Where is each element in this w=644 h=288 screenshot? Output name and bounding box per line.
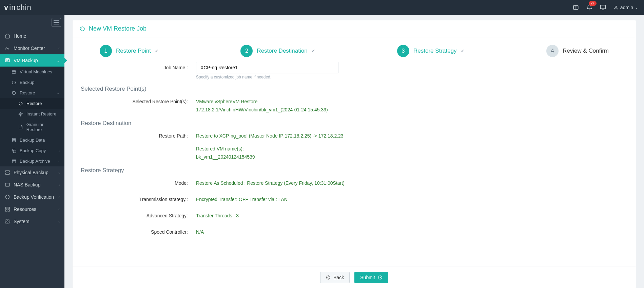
wizard-step-2[interactable]: 2 Restore Destination ✔	[240, 45, 315, 57]
section-restore-destination: Restore Destination	[81, 120, 628, 127]
user-menu[interactable]: admin ⌄	[613, 5, 638, 10]
arrow-right-icon	[378, 275, 383, 280]
svg-rect-14	[8, 210, 9, 211]
back-button[interactable]: Back	[320, 272, 350, 283]
mode-value: Restore As Scheduled : Restore Strategy …	[196, 177, 628, 187]
button-label: Submit	[360, 275, 375, 280]
user-label: admin	[620, 5, 633, 10]
sidebar-item-instant-restore[interactable]: Instant Restore	[0, 109, 64, 119]
sidebar-item-backup-data[interactable]: Backup Data	[0, 135, 64, 145]
file-icon	[18, 125, 23, 129]
svg-point-2	[615, 6, 617, 7]
svg-point-17	[378, 276, 382, 280]
sidebar-item-label: Physical Backup	[14, 170, 48, 175]
user-icon	[613, 5, 618, 10]
submit-button[interactable]: Submit	[354, 272, 388, 283]
sidebar-item-label: Monitor Center	[14, 46, 45, 51]
sidebar-item-granular-restore[interactable]: Granular Restore	[0, 119, 64, 135]
nas-icon	[5, 182, 10, 187]
wizard-step-4[interactable]: 4 Review & Confirm	[546, 45, 609, 57]
chevron-left-icon: ‹	[58, 195, 60, 199]
step-label: Restore Point	[116, 48, 151, 54]
svg-point-15	[7, 221, 8, 222]
arrow-left-icon	[326, 275, 331, 280]
shield-icon	[5, 194, 10, 200]
brand-logo: vvininchin	[4, 3, 32, 12]
chevron-left-icon: ‹	[58, 219, 60, 223]
vm-icon	[5, 58, 10, 63]
sidebar-item-restore[interactable]: Restore ⌄	[0, 88, 64, 98]
svg-rect-8	[5, 171, 9, 172]
sidebar-item-backup[interactable]: Backup	[0, 77, 64, 88]
sidebar-item-restore-sub[interactable]: Restore	[0, 98, 64, 109]
restore-icon	[79, 26, 85, 32]
chevron-left-icon: ‹	[58, 207, 60, 211]
sidebar-item-virtual-machines[interactable]: Virtual Machines	[0, 67, 64, 77]
chevron-left-icon: ‹	[58, 149, 60, 153]
bell-icon[interactable]: 27	[586, 4, 592, 11]
sidebar-item-label: NAS Backup	[14, 182, 40, 187]
step-number: 4	[546, 45, 559, 57]
notification-badge: 27	[589, 1, 597, 6]
speed-value: N/A	[196, 226, 628, 236]
section-selected-points: Selected Restore Point(s)	[81, 86, 628, 92]
database-icon	[12, 138, 16, 143]
sidebar-item-label: Granular Restore	[26, 122, 60, 132]
sidebar-item-label: Backup Archive	[20, 159, 50, 164]
svg-rect-4	[12, 70, 16, 73]
sidebar-item-label: Virtual Machines	[20, 69, 52, 74]
sidebar-item-label: Home	[14, 33, 26, 39]
panel-footer: Back Submit	[73, 267, 636, 288]
monitor-icon[interactable]	[600, 4, 606, 11]
monitor-center-icon	[5, 46, 10, 51]
restore-path-value: Restore to XCP-ng_pool (Master Node IP:1…	[196, 130, 628, 161]
sidebar: Home Monitor Center ‹ VM Backup ⌄ Virtua…	[0, 15, 64, 288]
job-name-hint: Specify a customized job name if needed.	[196, 75, 628, 79]
sidebar-item-vm-backup[interactable]: VM Backup ⌄	[0, 54, 64, 67]
page-title: New VM Restore Job	[89, 25, 147, 32]
transmission-label: Transmission strategy.:	[81, 194, 196, 205]
restore-path-label: Restore Path:	[81, 130, 196, 142]
sidebar-item-system[interactable]: System ‹	[0, 215, 64, 228]
wizard-step-3[interactable]: 3 Restore Strategy ✔	[397, 45, 464, 57]
section-restore-strategy: Restore Strategy	[81, 167, 628, 174]
sidebar-item-backup-copy[interactable]: Backup Copy ‹	[0, 145, 64, 156]
sidebar-item-backup-verification[interactable]: Backup Verification ‹	[0, 191, 64, 203]
sidebar-item-monitor[interactable]: Monitor Center ‹	[0, 42, 64, 54]
bolt-icon	[18, 112, 23, 116]
step-label: Restore Strategy	[413, 48, 457, 54]
sidebar-item-label: Backup	[20, 80, 34, 85]
sidebar-item-label: System	[14, 219, 30, 224]
sidebar-item-home[interactable]: Home	[0, 30, 64, 42]
sidebar-item-label: Instant Restore	[26, 111, 56, 116]
svg-rect-10	[5, 183, 9, 186]
check-icon: ✔	[461, 49, 464, 53]
sidebar-item-label: Backup Copy	[20, 148, 46, 153]
svg-rect-13	[5, 210, 7, 211]
selected-points-value: VMware vSphereVM Restore 172.18.2.1/Vinc…	[196, 96, 628, 114]
svg-rect-9	[5, 173, 9, 174]
chevron-down-icon: ⌄	[635, 6, 638, 10]
restore-icon	[18, 101, 23, 106]
sidebar-item-label: Backup Verification	[14, 194, 54, 200]
chevron-left-icon: ‹	[58, 159, 60, 163]
sidebar-item-label: Resources	[14, 206, 36, 212]
svg-rect-12	[8, 207, 9, 209]
svg-rect-0	[573, 5, 578, 10]
gear-icon	[5, 219, 10, 224]
server-icon	[5, 170, 10, 175]
check-icon: ✔	[155, 49, 158, 53]
sidebar-toggle[interactable]	[52, 18, 61, 27]
grid-icon	[5, 206, 10, 212]
sidebar-item-physical-backup[interactable]: Physical Backup ‹	[0, 166, 64, 179]
job-name-input[interactable]	[196, 62, 338, 73]
wizard-step-1[interactable]: 1 Restore Point ✔	[100, 45, 158, 57]
sheet-icon[interactable]	[573, 4, 579, 11]
sidebar-item-nas-backup[interactable]: NAS Backup ‹	[0, 179, 64, 191]
chevron-down-icon: ⌄	[57, 58, 60, 63]
sidebar-item-resources[interactable]: Resources ‹	[0, 203, 64, 215]
sidebar-item-label: Restore	[20, 90, 35, 95]
sidebar-item-label: VM Backup	[14, 58, 38, 63]
svg-rect-1	[600, 5, 605, 9]
sidebar-item-backup-archive[interactable]: Backup Archive ‹	[0, 156, 64, 166]
